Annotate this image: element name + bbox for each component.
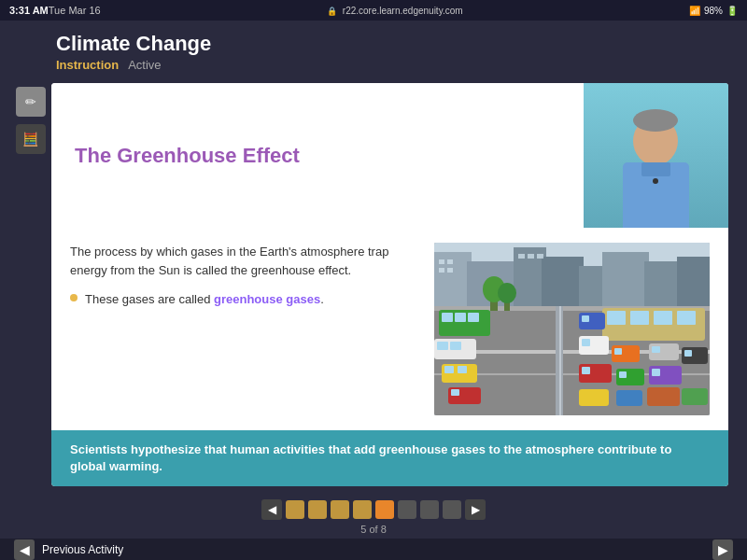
status-time: 3:31 AM [9,5,49,16]
svg-rect-30 [455,313,466,322]
svg-rect-48 [582,339,590,346]
header: Climate Change Instruction Active [0,21,747,77]
svg-rect-52 [652,346,660,353]
svg-rect-44 [677,311,696,325]
prev-page-button[interactable]: ◀ [261,499,282,520]
svg-rect-18 [447,259,453,264]
calculator-button[interactable]: 🧮 [16,124,46,154]
main-container: Climate Change Instruction Active ✏ 🧮 Th… [0,21,747,560]
slide-title: The Greenhouse Effect [75,144,300,168]
svg-point-70 [498,283,516,303]
svg-point-4 [633,109,678,132]
svg-rect-58 [619,371,627,378]
slide-container: The Greenhouse Effect [51,83,728,486]
wifi-icon: 📶 [689,6,700,16]
bottom-navigation: ◀ ▶ 5 of 8 [0,492,747,539]
svg-rect-20 [447,268,453,273]
instructor-video [584,83,728,228]
prev-activity-arrow[interactable]: ◀ [14,539,35,560]
svg-rect-63 [647,387,680,406]
svg-rect-16 [677,257,710,313]
bullet-dot [70,294,78,301]
right-arrow-icon: ▶ [472,503,480,516]
instructor-figure-svg [584,83,728,228]
svg-rect-46 [582,315,589,322]
battery-level: 98% [704,6,723,16]
svg-point-6 [653,178,658,184]
footer-text: Scientists hypothesize that human activi… [70,441,710,475]
svg-rect-43 [654,311,672,325]
page-dot-3[interactable] [331,500,349,519]
page-dot-8[interactable] [443,500,461,519]
calculator-icon: 🧮 [22,132,38,147]
status-url: 🔒 r22.core.learn.edgenuity.com [101,6,689,16]
svg-rect-37 [458,366,467,373]
prev-activity-button[interactable]: ◀ Previous Activity [14,539,123,560]
traffic-image [434,243,710,415]
bullet-text: These gases are called greenhouse gases. [85,290,324,309]
svg-rect-19 [439,268,444,273]
slide-text: The process by which gases in the Earth'… [70,243,420,415]
svg-rect-21 [518,254,525,259]
svg-rect-15 [644,261,682,313]
svg-rect-34 [450,342,461,350]
svg-rect-54 [684,350,692,357]
pencil-icon: ✏ [25,94,36,109]
page-dot-5[interactable] [375,500,394,519]
svg-rect-56 [582,367,590,374]
svg-rect-22 [528,254,534,259]
page-dot-4[interactable] [353,500,372,519]
status-icons: 📶 98% 🔋 [689,6,738,16]
slide-title-area: The Greenhouse Effect [51,83,584,228]
breadcrumb-instruction: Instruction [56,58,119,72]
pencil-button[interactable]: ✏ [16,87,46,117]
traffic-scene-svg [434,243,710,415]
svg-rect-17 [439,259,444,264]
status-bar: 3:31 AM Tue Mar 16 🔒 r22.core.learn.edge… [0,0,747,21]
left-sidebar: ✏ 🧮 [9,77,51,492]
svg-rect-12 [542,257,584,313]
next-arrow-icon: ▶ [718,542,728,557]
left-arrow-icon: ◀ [268,503,276,516]
content-wrapper: ✏ 🧮 The Greenhouse Effect [0,77,747,492]
bullet-item: These gases are called greenhouse gases. [70,290,420,309]
svg-rect-66 [559,306,561,415]
breadcrumb-active: Active [128,58,161,72]
svg-rect-61 [579,389,609,406]
page-dot-1[interactable] [286,500,304,519]
svg-rect-31 [468,313,479,322]
svg-rect-14 [602,252,649,313]
status-day: Tue Mar 16 [49,5,101,16]
page-dot-2[interactable] [308,500,327,519]
page-dot-7[interactable] [420,500,439,519]
svg-rect-5 [641,162,670,176]
page-indicator: 5 of 8 [360,524,387,535]
svg-rect-64 [682,388,708,405]
svg-rect-33 [437,342,448,350]
svg-rect-41 [607,311,626,325]
activity-bar: ◀ Previous Activity ▶ [0,539,747,560]
highlight-greenhouse: greenhouse gases [214,292,320,306]
svg-rect-62 [616,390,642,406]
svg-rect-60 [652,369,660,376]
battery-icon: 🔋 [726,6,738,16]
slide-footer: Scientists hypothesize that human activi… [51,430,728,486]
next-activity-button[interactable]: ▶ [712,539,733,560]
svg-rect-23 [537,254,543,259]
svg-rect-36 [444,366,454,373]
svg-rect-50 [614,348,622,355]
instructor-background [584,83,728,228]
body-paragraph: The process by which gases in the Earth'… [70,243,420,279]
svg-rect-29 [442,313,453,322]
page-title: Climate Change [56,32,691,56]
prev-arrow-icon: ◀ [20,542,30,557]
slide-header: The Greenhouse Effect [51,83,728,228]
pagination: ◀ ▶ [261,499,486,520]
svg-rect-39 [451,389,459,396]
slide-body: The process by which gases in the Earth'… [51,228,728,430]
svg-rect-42 [630,311,649,325]
page-dot-6[interactable] [398,500,416,519]
prev-activity-label: Previous Activity [42,543,123,556]
breadcrumb: Instruction Active [56,58,691,72]
next-page-button[interactable]: ▶ [465,499,486,520]
